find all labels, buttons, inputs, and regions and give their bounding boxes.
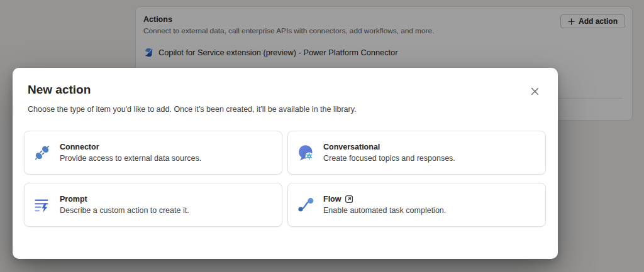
new-action-dialog: New action Choose the type of item you'd… xyxy=(13,68,558,259)
flow-icon xyxy=(297,196,314,214)
action-type-cards: Connector Provide access to external dat… xyxy=(24,131,546,227)
conversational-chat-gear-icon xyxy=(297,144,314,161)
card-description: Provide access to external data sources. xyxy=(60,153,201,163)
close-icon xyxy=(530,87,540,96)
card-connector[interactable]: Connector Provide access to external dat… xyxy=(24,131,282,175)
prompt-lines-bolt-icon xyxy=(33,196,51,214)
card-title: Prompt xyxy=(60,194,189,204)
dialog-title: New action xyxy=(28,82,547,98)
open-external-icon xyxy=(345,195,353,204)
card-description: Enable automated task completion. xyxy=(323,205,446,215)
card-title: Flow xyxy=(323,194,341,204)
card-title: Connector xyxy=(60,142,201,152)
dialog-subtitle: Choose the type of item you'd like to ad… xyxy=(28,104,547,114)
app-window: Actions Connect to external data, call e… xyxy=(0,0,644,272)
card-flow[interactable]: Flow Enable automated task completion. xyxy=(287,183,546,227)
connector-plug-icon xyxy=(33,144,51,161)
close-button[interactable] xyxy=(526,83,543,99)
card-prompt[interactable]: Prompt Describe a custom action to creat… xyxy=(24,183,282,227)
card-description: Create focused topics and responses. xyxy=(323,153,455,163)
card-description: Describe a custom action to create it. xyxy=(60,205,189,215)
card-conversational[interactable]: Conversational Create focused topics and… xyxy=(287,131,546,175)
card-title: Conversational xyxy=(323,142,455,152)
